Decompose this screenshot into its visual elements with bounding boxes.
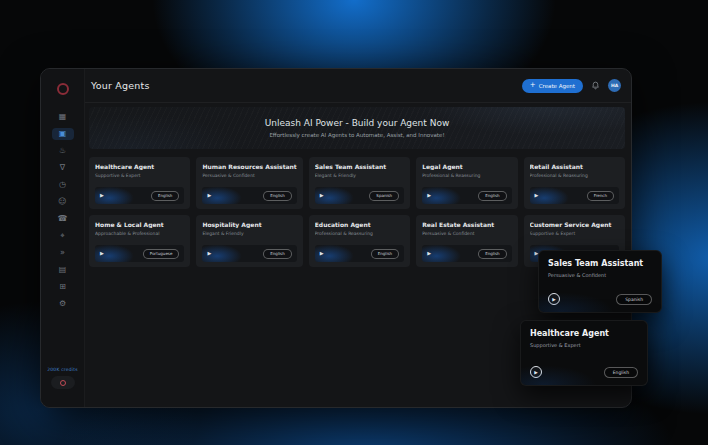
agent-name: Human Resources Assistant xyxy=(202,163,296,170)
agent-trait: Professional & Reassuring xyxy=(530,173,619,178)
agent-name: Sales Team Assistant xyxy=(315,163,404,170)
create-agent-label: Create Agent xyxy=(539,83,575,89)
language-badge: Spanish xyxy=(369,191,399,201)
sidebar-item-locations[interactable]: ⌖ xyxy=(52,230,74,242)
header: Your Agents + Create Agent HA xyxy=(85,69,631,103)
sidebar-item-settings[interactable]: ⚙ xyxy=(52,298,74,310)
sidebar-item-contacts[interactable]: ☺ xyxy=(52,196,74,208)
agent-card[interactable]: Retail Assistant Professional & Reassuri… xyxy=(524,157,625,209)
agent-trait: Supportive & Expert xyxy=(530,231,619,236)
sidebar-footer: 200K credits xyxy=(41,367,84,389)
sidebar-item-filter[interactable]: ∇ xyxy=(52,162,74,174)
play-icon[interactable]: ▶ xyxy=(100,251,104,256)
settings-icon: ⚙ xyxy=(59,300,66,308)
agents-icon: ▣ xyxy=(59,130,67,138)
popup-healthcare-agent[interactable]: Healthcare Agent Supportive & Expert ▶ E… xyxy=(520,320,648,386)
play-icon[interactable]: ▶ xyxy=(427,251,431,256)
popup-trait: Persuasive & Confident xyxy=(548,272,652,278)
sidebar-nav: ▦▣♨∇◷☺☎⌖»▤⊞⚙ xyxy=(41,111,84,310)
brand-mini-icon xyxy=(60,380,66,386)
brand-logo-icon[interactable] xyxy=(57,83,69,95)
agent-name: Customer Service Agent xyxy=(530,221,619,228)
popup-trait: Supportive & Expert xyxy=(530,342,638,348)
agent-trait: Elegant & Friendly xyxy=(202,231,296,236)
user-avatar[interactable]: HA xyxy=(608,79,621,92)
banner-subtitle: Effortlessly create AI Agents to Automat… xyxy=(269,132,444,138)
agent-trait: Persuasive & Confident xyxy=(422,231,511,236)
language-badge: Spanish xyxy=(616,294,652,305)
audio-preview-strip: ▶ English xyxy=(422,187,511,204)
audio-preview-strip: ▶ English xyxy=(95,187,184,204)
agent-name: Home & Local Agent xyxy=(95,221,184,228)
language-badge: English xyxy=(478,191,506,201)
sidebar-item-dashboard[interactable]: ▦ xyxy=(52,111,74,123)
agent-name: Legal Agent xyxy=(422,163,511,170)
agent-name: Healthcare Agent xyxy=(95,163,184,170)
audio-preview-strip: ▶ English xyxy=(202,187,296,204)
filter-icon: ∇ xyxy=(60,164,65,172)
agent-trait: Elegant & Friendly xyxy=(315,173,404,178)
sidebar-item-voice[interactable]: ♨ xyxy=(52,145,74,157)
play-icon[interactable]: ▶ xyxy=(320,251,324,256)
calendar-icon: ▤ xyxy=(59,266,67,274)
audio-preview-strip: ▶ English xyxy=(315,245,404,262)
popup-title: Sales Team Assistant xyxy=(548,259,652,268)
history-icon: ◷ xyxy=(59,181,66,189)
play-icon[interactable]: ▶ xyxy=(427,193,431,198)
sidebar: ▦▣♨∇◷☺☎⌖»▤⊞⚙ 200K credits xyxy=(41,69,85,407)
play-icon[interactable]: ▶ xyxy=(320,193,324,198)
play-icon[interactable]: ▶ xyxy=(207,251,211,256)
language-badge: English xyxy=(151,191,179,201)
banner-title: Unleash AI Power - Build your Agent Now xyxy=(265,118,450,128)
create-agent-button[interactable]: + Create Agent xyxy=(522,79,583,93)
popup-controls: ▶ Spanish xyxy=(548,293,652,305)
sidebar-item-broadcast[interactable]: » xyxy=(52,247,74,259)
agent-trait: Professional & Reassuring xyxy=(422,173,511,178)
agent-card[interactable]: Sales Team Assistant Elegant & Friendly … xyxy=(309,157,410,209)
audio-preview-strip: ▶ Spanish xyxy=(315,187,404,204)
sidebar-item-calendar[interactable]: ▤ xyxy=(52,264,74,276)
language-badge: English xyxy=(263,191,291,201)
dashboard-icon: ▦ xyxy=(59,113,67,121)
agent-card[interactable]: Education Agent Professional & Reassurin… xyxy=(309,215,410,267)
credits-label: 200K credits xyxy=(41,367,84,372)
header-actions: + Create Agent HA xyxy=(522,79,621,93)
play-icon[interactable]: ▶ xyxy=(535,193,539,198)
account-button[interactable] xyxy=(51,376,75,389)
desktop-background: { "header": { "title": "Your Agents", "c… xyxy=(0,0,708,445)
sidebar-item-integrations[interactable]: ⊞ xyxy=(52,281,74,293)
popup-sales-team-assistant[interactable]: Sales Team Assistant Persuasive & Confid… xyxy=(538,250,662,313)
agent-card[interactable]: Home & Local Agent Approachable & Profes… xyxy=(89,215,190,267)
agent-trait: Approachable & Professional xyxy=(95,231,184,236)
sidebar-item-agents[interactable]: ▣ xyxy=(52,128,74,140)
agent-card[interactable]: Real Estate Assistant Persuasive & Confi… xyxy=(416,215,517,267)
audio-preview-strip: ▶ Portuguese xyxy=(95,245,184,262)
notifications-bell-icon[interactable] xyxy=(591,81,600,90)
broadcast-icon: » xyxy=(60,249,65,257)
play-button[interactable]: ▶ xyxy=(548,293,560,305)
agent-trait: Supportive & Expert xyxy=(95,173,184,178)
sidebar-item-calls[interactable]: ☎ xyxy=(52,213,74,225)
audio-preview-strip: ▶ English xyxy=(422,245,511,262)
voice-icon: ♨ xyxy=(59,147,66,155)
audio-preview-strip: ▶ English xyxy=(202,245,296,262)
agent-trait: Persuasive & Confident xyxy=(202,173,296,178)
language-badge: English xyxy=(263,249,291,259)
agent-card[interactable]: Healthcare Agent Supportive & Expert ▶ E… xyxy=(89,157,190,209)
play-icon[interactable]: ▶ xyxy=(207,193,211,198)
agent-card[interactable]: Hospitality Agent Elegant & Friendly ▶ E… xyxy=(196,215,302,267)
popup-title: Healthcare Agent xyxy=(530,329,638,338)
calls-icon: ☎ xyxy=(58,215,68,223)
popup-controls: ▶ English xyxy=(530,366,638,378)
language-badge: French xyxy=(587,191,614,201)
locations-icon: ⌖ xyxy=(60,232,65,240)
language-badge: English xyxy=(371,249,399,259)
language-badge: English xyxy=(478,249,506,259)
sidebar-item-history[interactable]: ◷ xyxy=(52,179,74,191)
play-icon[interactable]: ▶ xyxy=(100,193,104,198)
page-title: Your Agents xyxy=(91,80,150,91)
agent-name: Retail Assistant xyxy=(530,163,619,170)
agent-card[interactable]: Legal Agent Professional & Reassuring ▶ … xyxy=(416,157,517,209)
play-button[interactable]: ▶ xyxy=(530,366,542,378)
agent-card[interactable]: Human Resources Assistant Persuasive & C… xyxy=(196,157,302,209)
